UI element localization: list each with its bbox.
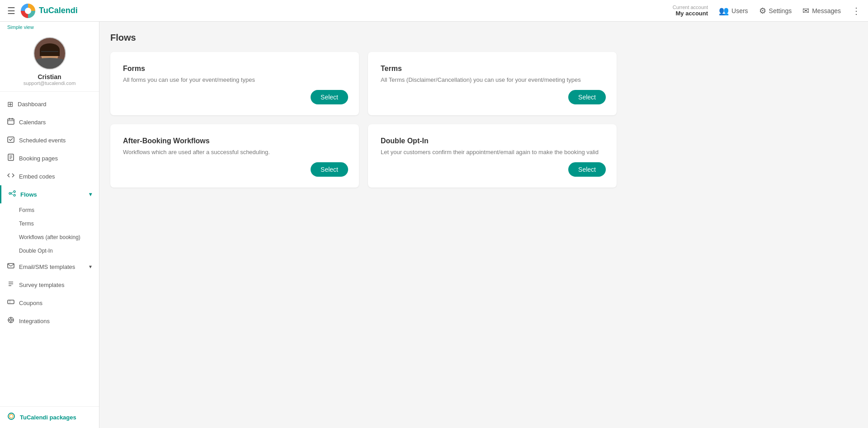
svg-rect-0 <box>8 119 14 124</box>
after-booking-card-title: After-Booking Workflows <box>123 137 346 145</box>
terms-card: Terms All Terms (Disclaimer/Cancellation… <box>368 52 617 115</box>
forms-card-title: Forms <box>123 65 346 73</box>
sidebar-subitem-workflows[interactable]: Workflows (after booking) <box>0 230 99 244</box>
coupons-icon <box>7 298 14 307</box>
svg-point-20 <box>10 319 12 321</box>
sidebar: Simple view Cristian support@tucalendi.c… <box>0 22 99 428</box>
booking-pages-icon <box>7 154 14 163</box>
sidebar-item-label: Scheduled events <box>19 137 92 144</box>
forms-card: Forms All forms you can use for your eve… <box>110 52 359 115</box>
svg-line-12 <box>11 192 13 193</box>
scheduled-events-icon <box>7 136 14 145</box>
avatar <box>33 37 66 70</box>
navbar: ☰ TuCalendi Current account My account 👥… <box>0 0 868 22</box>
profile-name: Cristian <box>38 73 61 80</box>
navbar-left: ☰ TuCalendi <box>7 4 78 18</box>
sidebar-item-email-sms[interactable]: Email/SMS templates ▾ <box>0 258 99 276</box>
sidebar-item-integrations[interactable]: Integrations <box>0 312 99 330</box>
settings-nav-item[interactable]: ⚙ Settings <box>759 6 792 16</box>
sidebar-item-label: Integrations <box>19 318 92 325</box>
logo-text: TuCalendi <box>39 6 78 15</box>
packages-icon <box>7 412 15 423</box>
users-label: Users <box>731 7 748 14</box>
main-content: Flows Forms All forms you can use for yo… <box>99 22 868 428</box>
sidebar-item-calendars[interactable]: Calendars <box>0 113 99 131</box>
after-booking-card: After-Booking Workflows Workflows which … <box>110 124 359 188</box>
embed-codes-icon <box>7 172 14 181</box>
integrations-icon <box>7 316 14 325</box>
double-opt-in-select-button[interactable]: Select <box>568 162 606 177</box>
sidebar-item-booking-pages[interactable]: Booking pages <box>0 149 99 167</box>
sidebar-item-scheduled-events[interactable]: Scheduled events <box>0 131 99 149</box>
svg-rect-14 <box>8 263 14 268</box>
forms-select-button[interactable]: Select <box>311 90 348 104</box>
sidebar-item-label: Calendars <box>19 119 92 126</box>
survey-templates-icon <box>7 280 14 289</box>
email-sms-icon <box>7 262 14 271</box>
messages-label: Messages <box>812 7 841 14</box>
page-title: Flows <box>110 33 857 43</box>
double-opt-in-card: Double Opt-In Let your customers confirm… <box>368 124 617 188</box>
calendars-icon <box>7 118 14 127</box>
svg-point-11 <box>14 194 15 196</box>
svg-point-10 <box>14 191 15 193</box>
sidebar-subitem-double-opt-in[interactable]: Double Opt-In <box>0 244 99 258</box>
sidebar-item-label: Embed codes <box>19 173 92 180</box>
sidebar-item-dashboard[interactable]: ⊞ Dashboard <box>0 95 99 113</box>
chevron-down-icon: ▾ <box>89 263 92 270</box>
sidebar-subitem-terms[interactable]: Terms <box>0 217 99 230</box>
chevron-down-icon: ▾ <box>89 191 92 198</box>
simple-view-link[interactable]: Simple view <box>0 22 99 30</box>
packages-label: TuCalendi packages <box>20 414 76 421</box>
account-label: Current account <box>673 5 708 10</box>
sidebar-profile: Cristian support@tucalendi.com <box>0 30 99 92</box>
users-nav-item[interactable]: 👥 Users <box>719 6 748 16</box>
svg-point-9 <box>9 193 11 194</box>
svg-rect-18 <box>8 300 14 304</box>
sidebar-item-coupons[interactable]: Coupons <box>0 294 99 312</box>
sidebar-item-embed-codes[interactable]: Embed codes <box>0 167 99 185</box>
users-icon: 👥 <box>719 6 729 16</box>
layout: Simple view Cristian support@tucalendi.c… <box>0 22 868 428</box>
more-icon[interactable]: ⋮ <box>852 5 861 16</box>
tucalendi-packages-item[interactable]: TuCalendi packages <box>7 412 92 423</box>
sidebar-bottom: TuCalendi packages <box>0 406 99 428</box>
sidebar-item-label: Email/SMS templates <box>19 263 85 270</box>
flows-grid: Forms All forms you can use for your eve… <box>110 52 617 188</box>
settings-icon: ⚙ <box>759 6 766 16</box>
settings-label: Settings <box>769 7 792 14</box>
hamburger-icon[interactable]: ☰ <box>7 5 15 16</box>
navbar-right: Current account My account 👥 Users ⚙ Set… <box>673 5 861 17</box>
sidebar-item-survey-templates[interactable]: Survey templates <box>0 276 99 294</box>
svg-point-22 <box>8 413 14 419</box>
sidebar-subitem-forms[interactable]: Forms <box>0 203 99 217</box>
flows-icon <box>9 190 16 199</box>
sidebar-item-label: Flows <box>20 191 85 198</box>
sidebar-item-label: Booking pages <box>19 155 92 162</box>
sidebar-nav: ⊞ Dashboard Calendars Scheduled events <box>0 92 99 406</box>
terms-card-title: Terms <box>381 65 604 73</box>
double-opt-in-card-title: Double Opt-In <box>381 137 604 145</box>
after-booking-select-button[interactable]: Select <box>311 162 348 177</box>
messages-nav-item[interactable]: ✉ Messages <box>802 6 841 16</box>
logo-icon <box>21 4 35 18</box>
sidebar-item-label: Dashboard <box>18 101 92 108</box>
logo-area: TuCalendi <box>21 4 78 18</box>
messages-icon: ✉ <box>802 6 809 16</box>
svg-line-13 <box>11 193 13 195</box>
dashboard-icon: ⊞ <box>7 100 13 108</box>
sidebar-item-label: Survey templates <box>19 282 92 288</box>
svg-point-23 <box>9 414 13 418</box>
nav-account: Current account My account <box>673 5 708 17</box>
profile-email: support@tucalendi.com <box>24 80 76 86</box>
sidebar-item-flows[interactable]: Flows ▾ <box>0 185 99 203</box>
sidebar-item-label: Coupons <box>19 300 92 306</box>
terms-select-button[interactable]: Select <box>568 90 606 104</box>
account-value: My account <box>676 10 708 17</box>
